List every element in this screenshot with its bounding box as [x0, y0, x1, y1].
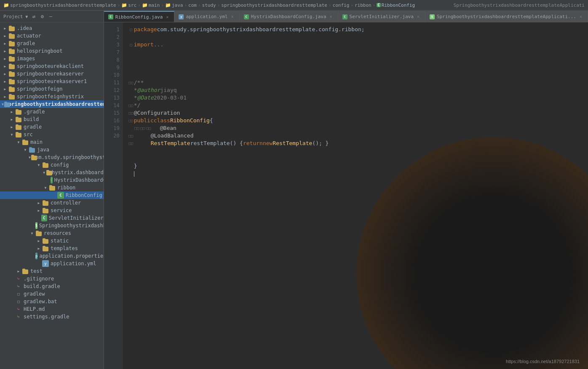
breadcrumb-java[interactable]: java: [172, 3, 183, 8]
fold-icon-15[interactable]: ▢: [128, 133, 134, 139]
tree-item-app-yml[interactable]: y application.yml: [0, 260, 104, 267]
tab-close-spring-app[interactable]: ×: [578, 14, 583, 19]
tree-item-gitignore[interactable]: ⤷ .gitignore: [0, 275, 104, 283]
label-feign: springbootfeign: [17, 86, 62, 92]
folder-icon-gradle-root: [8, 41, 15, 46]
fold-icon-14-3[interactable]: ▢: [146, 125, 152, 131]
tree-item-src[interactable]: src: [0, 131, 104, 138]
label-spring-app: SpringboothystrixdashboardresttemplateAp…: [39, 223, 104, 229]
breadcrumb-ribbon[interactable]: ribbon: [355, 3, 372, 8]
tree-item-app-props[interactable]: p application.properties: [0, 252, 104, 260]
tree-item-package[interactable]: com.study.springboothystrixdashboardrest…: [0, 154, 104, 161]
tree-item-actuator[interactable]: actuator: [0, 32, 104, 40]
fold-icon-12[interactable]: ▢: [128, 110, 134, 116]
tree-item-main-project[interactable]: springboothystrixdashboardresttemplate: [0, 100, 104, 108]
tree-item-controller[interactable]: controller: [0, 199, 104, 207]
tree-item-build[interactable]: build: [0, 116, 104, 123]
tree-item-spring-app[interactable]: S Springboothystrixdashboardresttemplate…: [0, 222, 104, 229]
tree-item-hystrix-dashboard[interactable]: hystrix.dashboard: [0, 169, 104, 176]
minimize-icon[interactable]: —: [47, 13, 54, 20]
code-content[interactable]: package com.study.springboothystrixdashb…: [123, 22, 588, 369]
tree-item-templates[interactable]: templates: [0, 245, 104, 252]
label-settings-gradle: settings.gradle: [24, 314, 69, 320]
tree-item-hello[interactable]: hellospringboot: [0, 47, 104, 55]
breadcrumb-study[interactable]: study: [202, 3, 216, 8]
code-line-4: [128, 48, 583, 56]
fold-icon-11[interactable]: ▢: [128, 102, 134, 108]
watermark: https://blog.csdn.net/a18792721831: [506, 359, 580, 364]
tag-date: @Date: [137, 94, 154, 102]
fold-icon-14-2[interactable]: ▢: [140, 125, 146, 131]
tree-item-eurekaserver1[interactable]: springbooteurekaserver1: [0, 78, 104, 85]
tree-item-servletinitializer[interactable]: C ServletInitializer: [0, 214, 104, 222]
breadcrumb-src[interactable]: src: [128, 3, 136, 8]
label-servlet: ServletInitializer: [49, 215, 104, 221]
tab-application-yml[interactable]: y application.yml ×: [174, 11, 239, 22]
tree-item-service[interactable]: service: [0, 207, 104, 214]
horizontal-arrows-icon[interactable]: ⇄: [30, 13, 37, 20]
tab-close-yml[interactable]: ×: [230, 14, 235, 19]
tree-item-test[interactable]: test: [0, 267, 104, 275]
label-gradle2: .gradle: [24, 109, 45, 115]
tree-item-idea[interactable]: .idea: [0, 24, 104, 32]
fold-icon-16[interactable]: ▢: [128, 140, 134, 146]
tree-item-eurekaserver[interactable]: springbooteurekaserver: [0, 70, 104, 78]
tab-spring-app[interactable]: S Springboothystrixdashboardresttemplate…: [425, 11, 588, 22]
fold-icon-13[interactable]: ▢: [128, 118, 134, 124]
file-icon-gradlew: □: [15, 291, 22, 297]
tab-icon-spring-app: S: [430, 14, 435, 19]
tree-item-gradle3[interactable]: gradle: [0, 123, 104, 131]
comment-star-date: *: [134, 94, 137, 102]
tree-item-help[interactable]: ⤷ HELP.md: [0, 305, 104, 313]
code-line-7: [128, 71, 583, 79]
tab-hystrix-config[interactable]: C HystrixDashboardConfig.java ×: [240, 11, 338, 22]
tree-item-gradle-root[interactable]: gradle: [0, 40, 104, 47]
tree-item-feignhystrix[interactable]: springbootfeignhystrix: [0, 93, 104, 100]
breadcrumb-com[interactable]: com: [188, 3, 197, 8]
tree-item-feign[interactable]: springbootfeign: [0, 85, 104, 93]
tree-item-ribbon[interactable]: ribbon: [0, 184, 104, 191]
breadcrumb-ribbonconfig[interactable]: RibbonConfig: [382, 3, 415, 8]
tree-item-hystrix-config-class[interactable]: C HystrixDashboardConfig: [0, 176, 104, 184]
tab-servlet[interactable]: C ServletInitializer.java ×: [338, 11, 425, 22]
fold-icon-8[interactable]: ▢: [128, 80, 134, 86]
fold-icon-1[interactable]: [128, 27, 134, 32]
tree-item-settings-gradle[interactable]: ⤷ settings.gradle: [0, 313, 104, 321]
tab-close-ribbon[interactable]: ×: [165, 14, 170, 19]
tree-item-images[interactable]: images: [0, 55, 104, 62]
tree-item-gradlew[interactable]: □ gradlew: [0, 290, 104, 298]
tree-item-build-gradle[interactable]: ⤷ build.gradle: [0, 283, 104, 290]
tab-close-servlet[interactable]: ×: [416, 14, 421, 19]
tree-item-resources[interactable]: resources: [0, 229, 104, 237]
tree-item-gradlew-bat[interactable]: □ gradlew.bat: [0, 298, 104, 305]
fold-icon-14-1[interactable]: ▢: [134, 125, 140, 131]
folder-icon-main: [22, 140, 29, 145]
breadcrumb-project[interactable]: springboothystrixdashboardresttemplate: [10, 3, 116, 8]
tree-item-gradle2[interactable]: .gradle: [0, 108, 104, 116]
tree-item-java[interactable]: java: [0, 146, 104, 154]
breadcrumb-pkg[interactable]: springboothystrixdashboardresttemplate: [221, 3, 327, 8]
kw-public-class: public: [134, 117, 154, 124]
label-ribbonconfig: RibbonConfig: [66, 192, 102, 198]
tree-item-config[interactable]: config: [0, 161, 104, 169]
tree-item-static[interactable]: static: [0, 237, 104, 245]
arrow-hystrix-dashboard: [42, 169, 46, 176]
tree-item-eurekaclient[interactable]: springbooteurekaclient: [0, 62, 104, 70]
tree-item-main[interactable]: main: [0, 138, 104, 146]
breadcrumb-main[interactable]: main: [149, 3, 160, 8]
code-line-5: [128, 56, 583, 64]
label-help: HELP.md: [24, 306, 45, 312]
tree-item-ribbonconfig[interactable]: C RibbonConfig: [0, 191, 104, 199]
label-test: test: [30, 268, 43, 274]
label-app-yml: application.yml: [51, 261, 96, 267]
annotation-configuration: @Configuration: [134, 109, 180, 117]
tab-ribbonconfig[interactable]: C RibbonConfig.java ×: [104, 11, 175, 22]
file-icon-help: ⤷: [15, 306, 22, 312]
gear-icon[interactable]: ⚙: [39, 13, 45, 20]
tab-close-hystrix[interactable]: ×: [329, 14, 334, 19]
breadcrumb-config[interactable]: config: [333, 3, 350, 8]
label-app-props: application.properties: [39, 253, 103, 259]
folder-icon-hystrix-dashboard: [46, 170, 50, 175]
folder-icon-eurekaserver1: [8, 79, 15, 84]
fold-icon-3[interactable]: [128, 42, 134, 48]
